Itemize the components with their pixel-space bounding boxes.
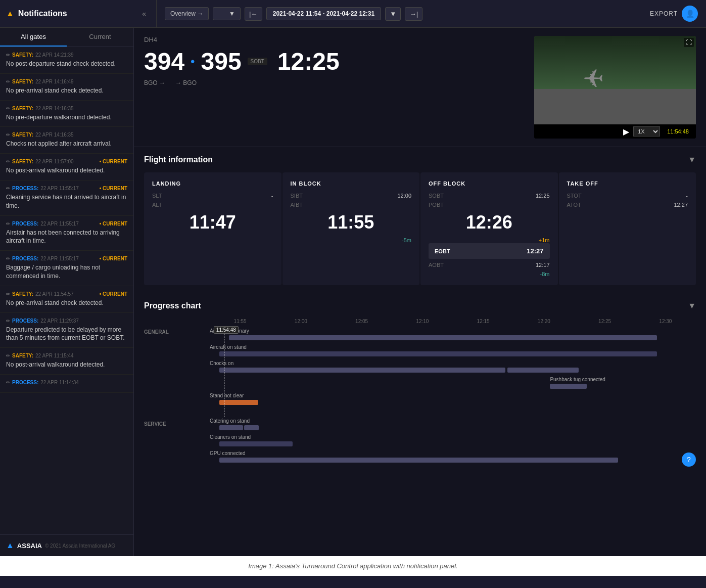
timeline-ticks: 11:55 12:00 12:05 12:10 12:15 12:20 12:2… — [210, 319, 696, 324]
tick-1220: 12:20 — [513, 319, 574, 324]
flight-info-header: Flight information ▼ — [144, 155, 696, 164]
notif-text: No post-arrival walkaround detected. — [6, 360, 127, 369]
notif-type: PROCESS: — [12, 221, 38, 227]
notifications-panel-header: ▲ Notifications « — [0, 0, 157, 27]
flight-overview: DH4 394 • 395 SOBT 12:25 BGO → → BGO — [134, 28, 706, 147]
notif-time: 22 APR 11:29:37 — [40, 318, 79, 324]
camera-controls: ▶ 1X 2X 0.5X 11:54:48 — [534, 124, 696, 139]
aibt-delta: -5m — [291, 237, 412, 243]
notification-item[interactable]: ✏ SAFETY: 22 APR 14:21:39 No post-depart… — [0, 47, 133, 74]
notif-time: 22 APR 11:54:57 — [35, 291, 74, 297]
atot-label: ATOT — [567, 202, 581, 208]
notif-text: Cleaning service has not arrived to airc… — [6, 193, 127, 210]
notif-text: Baggage / cargo unloading has not commen… — [6, 263, 127, 281]
atot-row: ATOT 12:27 — [567, 202, 688, 208]
fullscreen-button[interactable]: ⛶ — [684, 38, 694, 47]
tick-1210: 12:10 — [392, 319, 453, 324]
stot-row: STOT - — [567, 193, 688, 199]
tab-all-gates[interactable]: All gates — [0, 28, 67, 47]
notification-item[interactable]: ✏ PROCESS: 22 APR 11:55:17 • CURRENT Bag… — [0, 251, 133, 286]
progress-title: Progress chart — [144, 301, 201, 310]
progress-toggle-button[interactable]: ▼ — [688, 301, 696, 310]
nav-prev-button[interactable]: |← — [245, 7, 262, 21]
pushback-label: Pushback tug connected — [550, 377, 696, 382]
pobt-delta: +1m — [429, 237, 550, 243]
flight-information-section: Flight information ▼ LANDING SLT - ALT — [134, 147, 706, 293]
route-to: → BGO — [175, 79, 197, 86]
header-controls: Overview → ▼ |← 2021-04-22 11:54 - 2021-… — [165, 7, 422, 21]
pencil-icon: ✏ — [6, 221, 10, 227]
notification-item[interactable]: ✏ SAFETY: 22 APR 14:16:35 No pre-departu… — [0, 101, 133, 127]
tab-current[interactable]: Current — [67, 28, 133, 47]
notif-meta: ✏ SAFETY: 22 APR 14:16:35 — [6, 132, 127, 138]
sibt-label: SIBT — [291, 193, 303, 199]
nav-next-button[interactable]: →| — [405, 7, 422, 21]
catering-bar-2 — [244, 425, 258, 430]
eobt-row: EOBT 12:27 — [429, 243, 550, 259]
alt-row: ALT — [152, 202, 273, 208]
pobt-time: 12:26 — [429, 212, 550, 233]
copyright-text: © 2021 Assaia International AG — [45, 543, 115, 549]
current-time-badge: 11:54:48 — [214, 326, 239, 334]
notif-meta: ✏ PROCESS: 22 APR 11:55:17 • CURRENT — [6, 256, 127, 261]
notif-time: 22 APR 14:16:35 — [35, 106, 74, 111]
tick-1230: 12:30 — [635, 319, 696, 324]
tick-1205: 12:05 — [332, 319, 392, 324]
notif-type: SAFETY: — [12, 79, 33, 84]
notif-type: PROCESS: — [12, 380, 38, 385]
stot-value: - — [686, 193, 688, 199]
current-badge: • CURRENT — [100, 291, 127, 297]
collapse-button[interactable]: « — [138, 8, 150, 20]
aircraft-stationary-label: Aircraft stationary — [210, 328, 696, 334]
notif-time: 22 APR 11:55:17 — [40, 221, 79, 227]
service-bars: Catering on stand Cleaners on stand — [210, 418, 696, 467]
general-bars: 11:54:48 Aircraft stationary Aircraft on… — [210, 326, 696, 417]
sibt-value: 12:00 — [397, 193, 411, 199]
export-button[interactable]: EXPORT — [650, 10, 678, 17]
user-avatar[interactable]: 👤 — [682, 6, 698, 22]
pencil-icon: ✏ — [6, 256, 10, 261]
view-dropdown[interactable]: ▼ — [213, 7, 241, 20]
play-button[interactable]: ▶ — [623, 127, 629, 137]
landing-card: LANDING SLT - ALT 11:47 — [144, 172, 281, 285]
playback-speed-select[interactable]: 1X 2X 0.5X — [633, 126, 660, 137]
pencil-icon: ✏ — [6, 106, 10, 111]
take-off-card: TAKE OFF STOT - ATOT 12:27 — [559, 172, 696, 285]
notification-item[interactable]: ✏ PROCESS: 22 APR 11:55:17 • CURRENT Cle… — [0, 180, 133, 216]
notif-time: 22 APR 11:15:44 — [35, 353, 74, 358]
notification-item[interactable]: ✏ PROCESS: 22 APR 11:14:34 — [0, 375, 133, 393]
notification-item[interactable]: ✏ PROCESS: 22 APR 11:55:17 • CURRENT Air… — [0, 216, 133, 251]
notif-type: PROCESS: — [12, 318, 38, 324]
help-button[interactable]: ? — [682, 453, 696, 467]
notif-time: 22 APR 11:55:17 — [40, 186, 79, 191]
alt-label: ALT — [152, 202, 162, 208]
notif-meta: ✏ PROCESS: 22 APR 11:14:34 — [6, 380, 127, 385]
notif-text: Departure predicted to be delayed by mor… — [6, 326, 127, 343]
catering-bars — [219, 425, 696, 430]
flight-dot: • — [191, 55, 195, 69]
sidebar-tabs: All gates Current — [0, 28, 133, 47]
section-toggle-button[interactable]: ▼ — [688, 155, 696, 164]
notification-item[interactable]: ✏ PROCESS: 22 APR 11:29:37 Departure pre… — [0, 313, 133, 348]
notifications-sidebar: All gates Current ✏ SAFETY: 22 APR 14:21… — [0, 28, 134, 556]
notif-time: 22 APR 14:16:35 — [35, 132, 74, 138]
atot-value: 12:27 — [674, 202, 688, 208]
date-range-dropdown[interactable]: ▼ — [385, 7, 401, 21]
image-caption: Image 1: Assaia's Turnaround Control app… — [0, 556, 706, 576]
flight-cards: LANDING SLT - ALT 11:47 IN BLOCK — [144, 172, 696, 285]
notif-meta: ✏ SAFETY: 22 APR 14:16:49 — [6, 79, 127, 84]
aobt-value: 12:17 — [536, 262, 550, 268]
notification-item[interactable]: ✏ SAFETY: 22 APR 14:16:35 Chocks not app… — [0, 127, 133, 154]
notification-item[interactable]: ✏ SAFETY: 22 APR 11:57:00 • CURRENT No p… — [0, 154, 133, 180]
notif-time: 22 APR 11:55:17 — [40, 256, 79, 261]
notif-type: PROCESS: — [12, 186, 38, 191]
sobt-time: 12:25 — [277, 48, 340, 75]
notif-type: SAFETY: — [12, 291, 33, 297]
overview-button[interactable]: Overview → — [165, 7, 209, 20]
notification-item[interactable]: ✏ SAFETY: 22 APR 14:16:49 No pre-arrival… — [0, 74, 133, 101]
notif-time: 22 APR 11:57:00 — [35, 159, 74, 164]
notification-item[interactable]: ✏ SAFETY: 22 APR 11:54:57 • CURRENT No p… — [0, 286, 133, 313]
notification-item[interactable]: ✏ SAFETY: 22 APR 11:15:44 No post-arriva… — [0, 348, 133, 375]
current-badge: • CURRENT — [100, 186, 127, 191]
flight-info-title: Flight information — [144, 155, 213, 164]
